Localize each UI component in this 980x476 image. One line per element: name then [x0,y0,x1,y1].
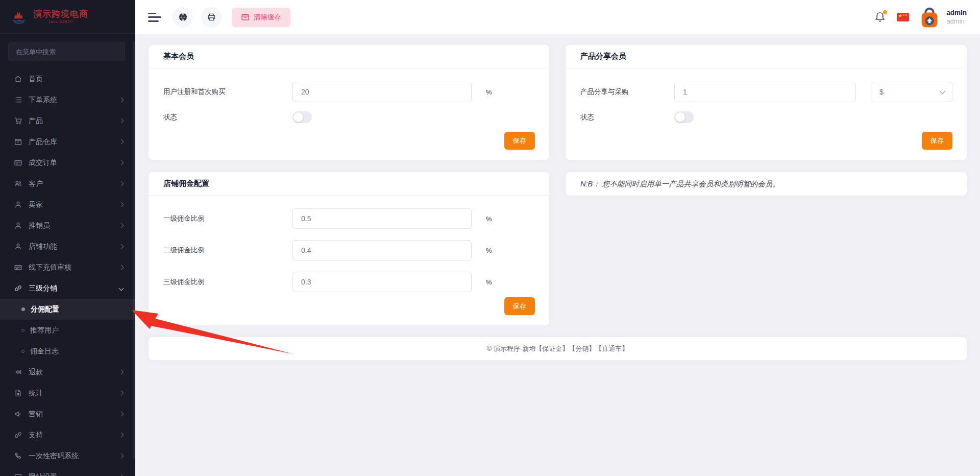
sidebar-item-promoters[interactable]: 推销员 [0,215,135,236]
basic-member-status-toggle[interactable] [292,111,312,123]
product-share-purchase-input[interactable] [674,82,856,102]
level1-commission-label: 一级佣金比例 [163,214,292,223]
sidebar-item-otp-system[interactable]: 一次性密码系统 [0,445,135,466]
sidebar-item-sellers[interactable]: 卖家 [0,194,135,215]
brand-logo-icon [9,7,29,27]
product-share-status-toggle[interactable] [674,111,694,123]
percent-suffix: % [486,278,492,286]
sidebar-item-offline-recharge[interactable]: 线下充值审核 [0,257,135,278]
customers-icon [14,179,22,188]
sidebar-item-products[interactable]: 产品 [0,110,135,131]
sidebar-item-refund[interactable]: 退款 [0,362,135,383]
home-icon [14,75,22,83]
chevron-right-icon [119,391,124,396]
chevron-right-icon [119,454,124,459]
print-button[interactable] [201,7,222,28]
sidebar-item-store-features[interactable]: 店铺功能 [0,236,135,257]
footer: © 演示程序-新增【保证金】【分销】【直通车】 [149,337,967,360]
sidebar-menu: 首页 下单系统 产品 产品仓库 成交订单 客户 卖家 [0,68,135,476]
user-avatar[interactable] [918,6,941,29]
sidebar-subitem-referral-users[interactable]: 推荐用户 [0,320,135,341]
language-flag-china[interactable]: ★ ★★ [897,13,909,21]
level2-commission-label: 二级佣金比例 [163,246,292,255]
megaphone-icon [14,410,22,418]
sidebar-item-orders[interactable]: 成交订单 [0,152,135,173]
clear-cache-button[interactable]: 清除缓存 [232,8,290,27]
chevron-right-icon [119,160,124,165]
phone-icon [14,451,22,460]
sidebar-item-customers[interactable]: 客户 [0,173,135,194]
support-link-icon [14,431,22,439]
orders-icon [14,158,22,167]
register-first-purchase-input[interactable] [292,82,472,102]
sidebar-subitem-commission-config[interactable]: 分佣配置 [0,299,135,320]
cache-icon [241,13,250,21]
level3-commission-input[interactable] [292,272,472,292]
product-share-save-button[interactable]: 保存 [922,132,952,150]
bullet-icon [21,350,24,353]
brand-title: 演示跨境电商 [33,10,88,19]
cart-icon [14,116,22,125]
chevron-down-icon [940,88,945,94]
chevron-right-icon [119,433,124,438]
chevron-right-icon [119,118,124,124]
product-share-title: 产品分享会员 [580,52,626,61]
notification-badge [883,10,887,14]
store-commission-card: 店铺佣金配置 一级佣金比例 % 二级佣金比例 % 三级佣金比例 % [149,172,549,325]
product-share-member-card: 产品分享会员 产品分享与采购 $ 状态 保存 [566,45,967,160]
status-label: 状态 [163,113,292,122]
basic-member-title: 基本会员 [163,52,194,61]
globe-icon [178,12,188,22]
currency-select[interactable]: $ [871,82,952,102]
shop-bag-icon [918,6,941,29]
status-label: 状态 [580,113,674,122]
sidebar-item-support[interactable]: 支持 [0,424,135,445]
percent-suffix: % [486,247,492,254]
order-system-icon [14,96,22,104]
store-commission-save-button[interactable]: 保存 [504,297,535,315]
chevron-right-icon [119,244,124,249]
sidebar-item-home[interactable]: 首页 [0,68,135,89]
sidebar-scrollbar[interactable] [133,41,135,460]
flag-star-icon: ★★ [902,13,907,17]
sidebar-subitem-commission-log[interactable]: 佣金日志 [0,341,135,362]
notifications-button[interactable] [873,11,887,24]
level1-commission-input[interactable] [292,208,472,229]
main-content: 基本会员 用户注册和首次购买 % 状态 保存 店铺佣金配置 [135,35,980,476]
store-features-icon [14,242,22,251]
chevron-right-icon [119,202,124,207]
brand-logo[interactable]: 演示跨境电商 Java B2B2C [0,0,135,34]
promoter-icon [14,221,22,230]
chevron-right-icon [119,181,124,186]
sidebar-item-marketing[interactable]: 营销 [0,403,135,424]
printer-icon [207,12,216,22]
offline-recharge-icon [14,263,22,272]
sidebar-item-warehouse[interactable]: 产品仓库 [0,131,135,152]
chevron-right-icon [119,370,124,375]
seller-icon [14,200,22,209]
basic-member-card: 基本会员 用户注册和首次购买 % 状态 保存 [149,45,549,160]
menu-search-input[interactable] [8,42,125,61]
refund-icon [14,368,22,376]
sidebar-item-site-settings[interactable]: 网站设置 [0,466,135,476]
sidebar-item-statistics[interactable]: 统计 [0,383,135,403]
bullet-icon [21,307,25,311]
menu-toggle-button[interactable] [148,13,161,22]
basic-member-save-button[interactable]: 保存 [504,132,535,150]
chevron-down-icon [119,286,124,291]
percent-suffix: % [486,88,492,96]
sidebar-item-order-system[interactable]: 下单系统 [0,89,135,110]
sidebar-item-distribution[interactable]: 三级分销 [0,278,135,299]
sidebar: 演示跨境电商 Java B2B2C 首页 下单系统 产品 产品仓库 成交订单 [0,0,135,476]
topbar: 清除缓存 ★ ★★ admin admin [135,0,980,35]
language-button[interactable] [173,7,193,28]
brand-tagline: Java B2B2C [48,20,74,23]
percent-suffix: % [486,215,492,223]
bullet-icon [21,329,24,332]
level3-commission-label: 三级佣金比例 [163,277,292,287]
product-share-purchase-label: 产品分享与采购 [580,87,674,97]
chevron-right-icon [119,223,124,228]
chevron-right-icon [119,412,124,417]
chevron-right-icon [119,139,124,145]
level2-commission-input[interactable] [292,240,472,260]
